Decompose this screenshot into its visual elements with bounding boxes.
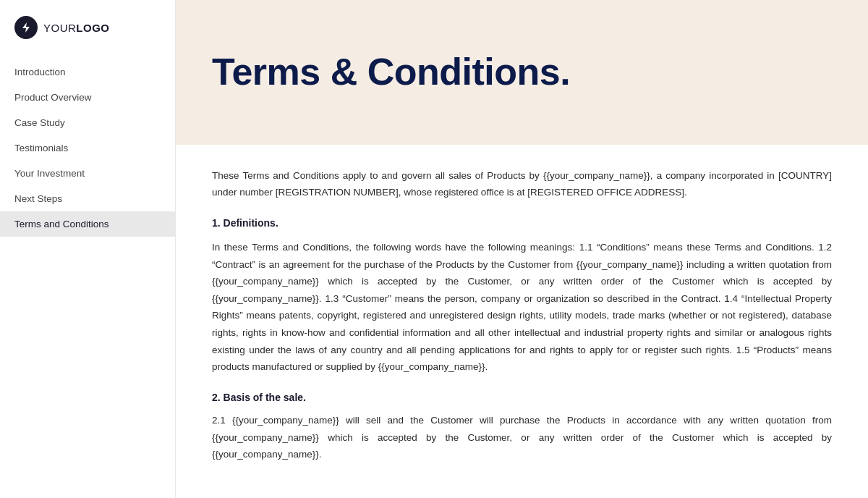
sidebar-item-testimonials[interactable]: Testimonials <box>0 135 175 161</box>
section1-heading: 1. Definitions. <box>212 217 832 229</box>
sidebar-item-your-investment[interactable]: Your Investment <box>0 161 175 186</box>
section2-heading: 2. Basis of the sale. <box>212 392 832 403</box>
section1-body: In these Terms and Conditions, the follo… <box>212 239 832 376</box>
main-content: Terms & Conditions. These Terms and Cond… <box>176 0 868 498</box>
page-title: Terms & Conditions. <box>212 51 570 93</box>
intro-paragraph: These Terms and Conditions apply to and … <box>212 168 832 201</box>
section2-body: 2.1 {{your_company_name}} will sell and … <box>212 412 832 463</box>
content-area: These Terms and Conditions apply to and … <box>176 145 868 492</box>
sidebar: YOURLOGO Introduction Product Overview C… <box>0 0 176 498</box>
logo-logo: LOGO <box>76 22 109 34</box>
sidebar-item-introduction[interactable]: Introduction <box>0 59 175 85</box>
logo-icon <box>14 16 38 39</box>
sidebar-item-case-study[interactable]: Case Study <box>0 110 175 135</box>
logo-text: YOURLOGO <box>43 22 110 34</box>
logo-your: YOUR <box>43 22 76 34</box>
bolt-icon <box>20 22 32 33</box>
sidebar-item-product-overview[interactable]: Product Overview <box>0 85 175 110</box>
sidebar-item-terms-and-conditions[interactable]: Terms and Conditions <box>0 211 175 237</box>
logo-area: YOURLOGO <box>0 0 175 59</box>
svg-marker-0 <box>22 22 30 33</box>
sidebar-nav: Introduction Product Overview Case Study… <box>0 59 175 237</box>
hero-banner: Terms & Conditions. <box>176 0 868 145</box>
sidebar-item-next-steps[interactable]: Next Steps <box>0 186 175 211</box>
